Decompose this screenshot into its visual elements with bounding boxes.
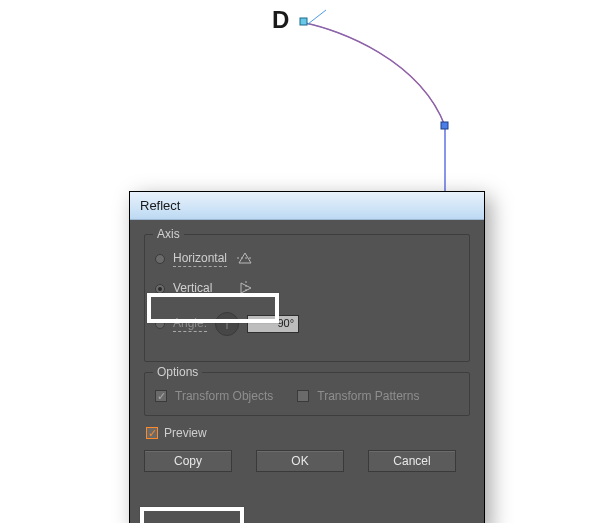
- checkbox-icon: [155, 390, 167, 402]
- axis-angle-row: Angle: 90°: [155, 307, 459, 341]
- svg-rect-1: [300, 18, 307, 25]
- dialog-body: Axis Horizontal Vertical Angle: 90°: [130, 220, 484, 523]
- copy-button[interactable]: Copy: [144, 450, 232, 472]
- options-group: Options Transform Objects Transform Patt…: [144, 372, 470, 416]
- reflect-dialog: Reflect Axis Horizontal Vertical An: [129, 191, 485, 523]
- dialog-button-row: Copy OK Cancel: [144, 450, 470, 472]
- transform-objects-label: Transform Objects: [175, 389, 273, 403]
- angle-dial-icon[interactable]: [215, 312, 239, 336]
- transform-patterns-label: Transform Patterns: [317, 389, 419, 403]
- highlight-copy: [140, 507, 244, 523]
- axis-angle-label[interactable]: Angle:: [173, 316, 207, 332]
- cancel-button[interactable]: Cancel: [368, 450, 456, 472]
- flip-horizontal-icon: [237, 251, 253, 268]
- svg-line-3: [308, 10, 326, 24]
- transform-objects-checkbox[interactable]: Transform Objects: [155, 383, 273, 409]
- svg-rect-2: [441, 122, 448, 129]
- axis-vertical-label: Vertical: [173, 281, 212, 297]
- radio-icon: [155, 284, 165, 294]
- radio-icon: [155, 254, 165, 264]
- dialog-title: Reflect: [140, 198, 180, 213]
- dialog-titlebar: Reflect: [130, 192, 484, 220]
- checkbox-icon: [297, 390, 309, 402]
- preview-label: Preview: [164, 426, 207, 440]
- axis-group-label: Axis: [153, 227, 184, 241]
- flip-vertical-icon: [238, 281, 254, 298]
- axis-vertical-radio[interactable]: Vertical: [155, 275, 459, 303]
- angle-input[interactable]: 90°: [247, 315, 299, 333]
- axis-group: Axis Horizontal Vertical Angle: 90°: [144, 234, 470, 362]
- axis-horizontal-label: Horizontal: [173, 251, 227, 267]
- ok-button[interactable]: OK: [256, 450, 344, 472]
- options-group-label: Options: [153, 365, 202, 379]
- checkbox-icon: [146, 427, 158, 439]
- radio-icon[interactable]: [155, 319, 165, 329]
- transform-patterns-checkbox[interactable]: Transform Patterns: [297, 383, 419, 409]
- preview-checkbox[interactable]: Preview: [146, 426, 470, 440]
- axis-horizontal-radio[interactable]: Horizontal: [155, 245, 459, 273]
